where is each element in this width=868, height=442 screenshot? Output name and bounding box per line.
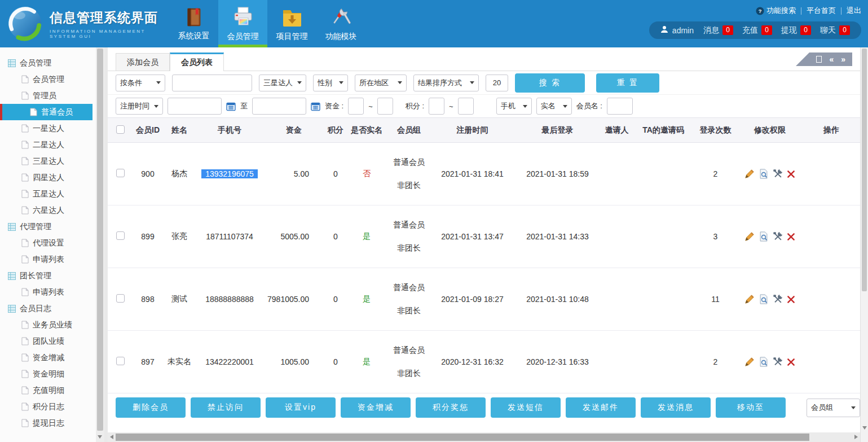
sort-select[interactable]: 结果排序方式 [413,75,479,91]
select-all-checkbox[interactable] [116,125,125,134]
gender-select[interactable]: 性别 [313,75,348,91]
reset-button[interactable]: 重 置 [596,73,659,93]
edit-pencil-icon[interactable] [744,231,755,242]
view-doc-icon[interactable] [759,231,769,242]
user-name[interactable]: admin [660,25,694,35]
counter-2[interactable]: 提现0 [781,25,811,36]
level-select[interactable]: 三星达人 [259,75,306,91]
sidebar-item[interactable]: 提现日志 [0,415,92,431]
sidebar-item[interactable]: 五星达人 [0,186,92,202]
horizontal-scrollbar[interactable] [108,432,860,442]
sidebar-item[interactable]: 团队业绩 [0,333,92,349]
sidebar-item[interactable]: 一星达人 [0,120,92,137]
sidebar-item[interactable]: 代理设置 [0,235,92,251]
bulk-action-button-1[interactable]: 禁止访问 [191,397,261,418]
sidebar-item[interactable]: 四星达人 [0,169,92,186]
tools-icon[interactable] [773,169,783,179]
edit-pencil-icon[interactable] [744,357,755,367]
horizontal-scrollbar-thumb[interactable] [116,434,809,441]
edit-pencil-icon[interactable] [744,169,755,179]
tab-add-member[interactable]: 添加会员 [116,53,170,71]
sidebar-item[interactable]: 资金增减 [0,349,92,366]
counter-0[interactable]: 消息0 [703,25,733,36]
sidebar-item[interactable]: 业务员业绩 [0,317,92,333]
view-doc-icon[interactable] [759,169,769,179]
tools-icon[interactable] [773,357,783,367]
sidebar-item[interactable]: 二星达人 [0,137,92,153]
region-select[interactable]: 所在地区 [355,75,407,91]
sidebar-item[interactable]: 积分日志 [0,399,92,415]
realname-select[interactable]: 实名 [536,98,572,115]
bulk-action-button-4[interactable]: 积分奖惩 [416,397,486,418]
edit-pencil-icon[interactable] [744,294,755,304]
row-checkbox[interactable] [116,357,125,365]
member-group-select[interactable]: 会员组 [807,399,860,417]
page-vertical-scrollbar[interactable] [860,47,868,442]
nav-item-folder[interactable]: 项目管理 [267,0,316,47]
scrollbar-left-icon[interactable] [110,435,113,439]
sidebar-item[interactable]: 充值明细 [0,382,92,399]
scrollbar-right-icon[interactable] [854,435,858,439]
row-checkbox[interactable] [116,231,125,240]
vertical-scrollbar-thumb[interactable] [862,49,867,291]
quick-link-0[interactable]: ?功能搜索 [756,6,796,16]
search-button[interactable]: 搜 索 [515,73,585,93]
phone-select[interactable]: 手机 [496,98,532,115]
counter-3[interactable]: 聊天0 [820,25,850,36]
page-size-input[interactable] [486,75,508,91]
money-from-input[interactable] [348,98,364,115]
sidebar-item[interactable]: 三星达人 [0,153,92,169]
bulk-action-button-3[interactable]: 资金增减 [341,397,411,418]
tools-icon[interactable] [773,294,783,304]
sidebar-section-3[interactable]: 会员日志 [0,300,96,317]
sidebar-section-0[interactable]: 会员管理 [0,55,96,71]
tab-member-list[interactable]: 会员列表 [170,52,224,71]
nav-item-tools[interactable]: 功能模块 [316,0,365,47]
delete-x-icon[interactable] [787,233,795,241]
calendar-icon[interactable] [311,102,320,111]
delete-x-icon[interactable] [787,295,795,304]
sidebar-item[interactable]: 管理员 [0,87,92,104]
bulk-action-button-0[interactable]: 删除会员 [116,397,186,418]
delete-x-icon[interactable] [787,170,795,178]
sidebar-item[interactable]: 申请列表 [0,284,92,300]
time-type-select[interactable]: 注册时间 [116,98,163,115]
sidebar-section-2[interactable]: 团长管理 [0,268,96,284]
row-checkbox[interactable] [116,169,125,177]
sidebar-section-1[interactable]: 代理管理 [0,218,96,235]
money-to-input[interactable] [377,98,393,115]
delete-x-icon[interactable] [787,358,795,366]
sidebar-item[interactable]: 普通会员 [0,104,92,120]
date-to-input[interactable] [252,98,306,115]
quick-link-2[interactable]: 退出 [847,6,861,16]
panel-icon[interactable] [816,56,822,63]
nav-item-printer[interactable]: 会员管理 [218,0,267,47]
bulk-action-button-7[interactable]: 发送消息 [641,397,711,418]
counter-1[interactable]: 充值0 [742,25,772,36]
view-doc-icon[interactable] [759,357,769,367]
nav-item-book[interactable]: 系统设置 [169,0,218,47]
bulk-action-button-5[interactable]: 发送短信 [491,397,561,418]
scrollbar-down-icon[interactable] [862,426,867,430]
scroll-left-icon[interactable]: « [829,55,834,63]
points-from-input[interactable] [429,98,444,115]
scroll-right-icon[interactable]: » [841,55,845,63]
sidebar-scroll-down-icon[interactable] [98,435,102,439]
sidebar-scrollbar-thumb[interactable] [97,49,103,431]
sidebar-item[interactable]: 申请列表 [0,251,92,268]
date-from-input[interactable] [168,98,222,115]
keyword-input[interactable] [172,75,252,91]
member-name-input[interactable] [607,98,633,115]
quick-link-1[interactable]: 平台首页 [807,6,836,16]
condition-select[interactable]: 按条件 [116,75,165,91]
calendar-icon[interactable] [226,102,236,111]
row-checkbox[interactable] [116,294,125,303]
view-doc-icon[interactable] [759,294,769,304]
points-to-input[interactable] [458,98,474,115]
tools-icon[interactable] [773,231,783,242]
sidebar-item[interactable]: 六星达人 [0,202,92,218]
sidebar-scrollbar[interactable] [96,47,104,442]
sidebar-item[interactable]: 资金明细 [0,366,92,382]
bulk-action-button-8[interactable]: 移动至 [716,397,786,418]
sidebar-item[interactable]: 会员管理 [0,71,92,87]
